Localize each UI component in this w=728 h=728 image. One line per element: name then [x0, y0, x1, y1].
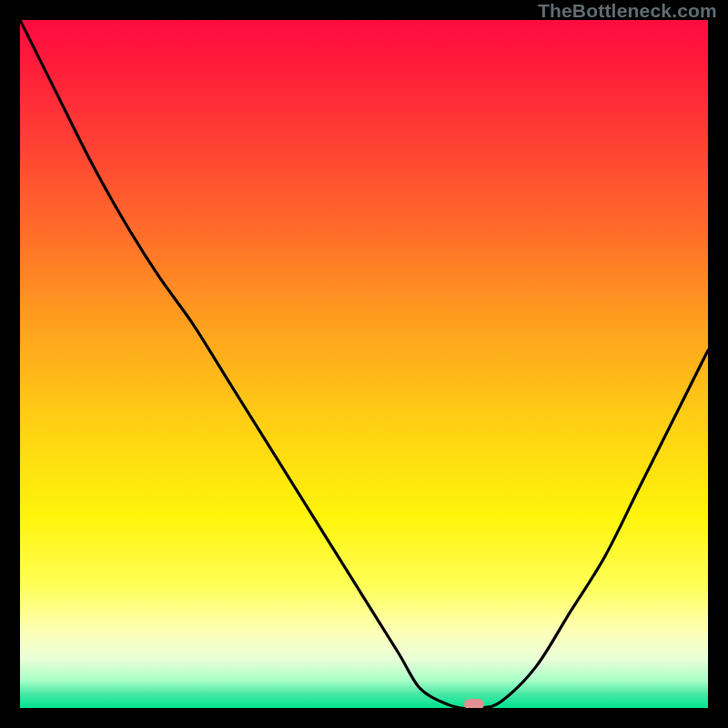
optimal-marker	[464, 699, 484, 708]
chart-frame: TheBottleneck.com	[0, 0, 728, 728]
bottleneck-curve	[20, 20, 708, 708]
watermark-text: TheBottleneck.com	[538, 0, 717, 22]
curve-path	[20, 20, 708, 708]
plot-area	[20, 20, 708, 708]
